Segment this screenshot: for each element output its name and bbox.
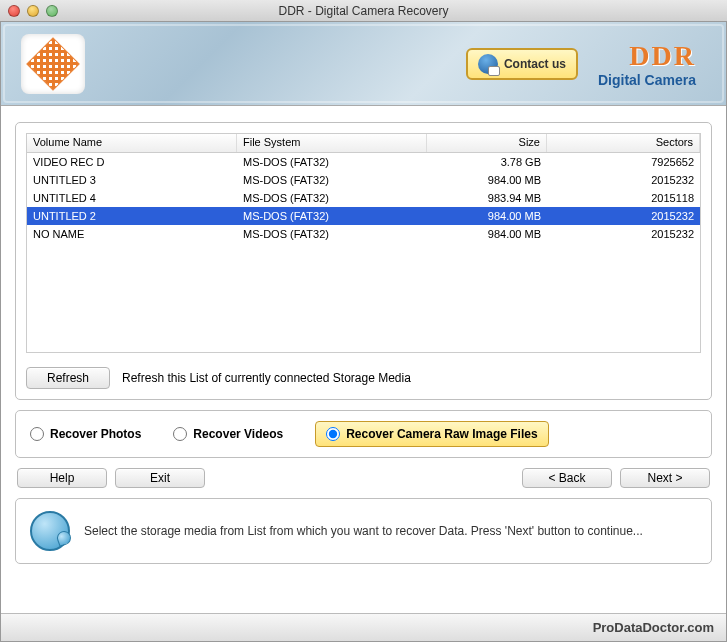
logo-pattern-icon: [26, 37, 80, 91]
content-area: Volume Name File System Size Sectors VID…: [1, 106, 726, 613]
radio-input-raw[interactable]: [326, 427, 340, 441]
brand-subtitle: Digital Camera: [598, 72, 696, 88]
col-header-name[interactable]: Volume Name: [27, 134, 237, 152]
nav-row: Help Exit < Back Next >: [15, 468, 712, 488]
cell-size: 983.94 MB: [427, 190, 547, 206]
radio-input-videos[interactable]: [173, 427, 187, 441]
cell-size: 3.78 GB: [427, 154, 547, 170]
col-header-fs[interactable]: File System: [237, 134, 427, 152]
refresh-hint: Refresh this List of currently connected…: [122, 371, 411, 385]
radio-recover-photos[interactable]: Recover Photos: [30, 427, 141, 441]
brand-title: DDR: [598, 40, 696, 72]
table-row[interactable]: UNTITLED 4MS-DOS (FAT32)983.94 MB2015118: [27, 189, 700, 207]
cell-name: UNTITLED 3: [27, 172, 237, 188]
radio-label-photos: Recover Photos: [50, 427, 141, 441]
radio-label-videos: Recover Videos: [193, 427, 283, 441]
cell-sectors: 7925652: [547, 154, 700, 170]
contact-us-button[interactable]: Contact us: [466, 48, 578, 80]
cell-size: 984.00 MB: [427, 226, 547, 242]
speech-bubble-icon: [30, 511, 70, 551]
contact-label: Contact us: [504, 57, 566, 71]
footer-link[interactable]: ProDataDoctor.com: [593, 620, 714, 635]
radio-recover-raw[interactable]: Recover Camera Raw Image Files: [315, 421, 548, 447]
cell-size: 984.00 MB: [427, 172, 547, 188]
zoom-icon[interactable]: [46, 5, 58, 17]
help-button[interactable]: Help: [17, 468, 107, 488]
next-button[interactable]: Next >: [620, 468, 710, 488]
col-header-sectors[interactable]: Sectors: [547, 134, 700, 152]
close-icon[interactable]: [8, 5, 20, 17]
grid-body[interactable]: VIDEO REC DMS-DOS (FAT32)3.78 GB7925652U…: [27, 153, 700, 353]
cell-sectors: 2015232: [547, 226, 700, 242]
table-row[interactable]: UNTITLED 3MS-DOS (FAT32)984.00 MB2015232: [27, 171, 700, 189]
cell-name: NO NAME: [27, 226, 237, 242]
cell-fs: MS-DOS (FAT32): [237, 172, 427, 188]
refresh-row: Refresh Refresh this List of currently c…: [26, 367, 701, 389]
app-logo: [21, 34, 85, 94]
info-panel: Select the storage media from List from …: [15, 498, 712, 564]
table-row[interactable]: NO NAMEMS-DOS (FAT32)984.00 MB2015232: [27, 225, 700, 243]
table-row[interactable]: VIDEO REC DMS-DOS (FAT32)3.78 GB7925652: [27, 153, 700, 171]
radio-input-photos[interactable]: [30, 427, 44, 441]
cell-name: UNTITLED 4: [27, 190, 237, 206]
volume-grid: Volume Name File System Size Sectors VID…: [26, 133, 701, 353]
exit-button[interactable]: Exit: [115, 468, 205, 488]
grid-header: Volume Name File System Size Sectors: [27, 134, 700, 153]
refresh-button[interactable]: Refresh: [26, 367, 110, 389]
contact-person-icon: [478, 54, 498, 74]
volume-table-panel: Volume Name File System Size Sectors VID…: [15, 122, 712, 400]
back-button[interactable]: < Back: [522, 468, 612, 488]
radio-recover-videos[interactable]: Recover Videos: [173, 427, 283, 441]
footer-bar: ProDataDoctor.com: [1, 613, 726, 641]
col-header-size[interactable]: Size: [427, 134, 547, 152]
cell-sectors: 2015118: [547, 190, 700, 206]
cell-size: 984.00 MB: [427, 208, 547, 224]
minimize-icon[interactable]: [27, 5, 39, 17]
cell-fs: MS-DOS (FAT32): [237, 190, 427, 206]
radio-label-raw: Recover Camera Raw Image Files: [346, 427, 537, 441]
header-banner: Contact us DDR Digital Camera: [1, 22, 726, 106]
cell-fs: MS-DOS (FAT32): [237, 154, 427, 170]
info-text: Select the storage media from List from …: [84, 523, 643, 540]
titlebar: DDR - Digital Camera Recovery: [0, 0, 727, 22]
nav-spacer: [213, 468, 514, 488]
cell-sectors: 2015232: [547, 208, 700, 224]
brand-block: DDR Digital Camera: [598, 40, 696, 88]
cell-fs: MS-DOS (FAT32): [237, 226, 427, 242]
cell-sectors: 2015232: [547, 172, 700, 188]
cell-name: VIDEO REC D: [27, 154, 237, 170]
window-title: DDR - Digital Camera Recovery: [0, 4, 727, 18]
table-row[interactable]: UNTITLED 2MS-DOS (FAT32)984.00 MB2015232: [27, 207, 700, 225]
traffic-lights: [0, 5, 58, 17]
cell-name: UNTITLED 2: [27, 208, 237, 224]
recovery-mode-panel: Recover Photos Recover Videos Recover Ca…: [15, 410, 712, 458]
cell-fs: MS-DOS (FAT32): [237, 208, 427, 224]
window-frame: Contact us DDR Digital Camera Volume Nam…: [0, 22, 727, 642]
